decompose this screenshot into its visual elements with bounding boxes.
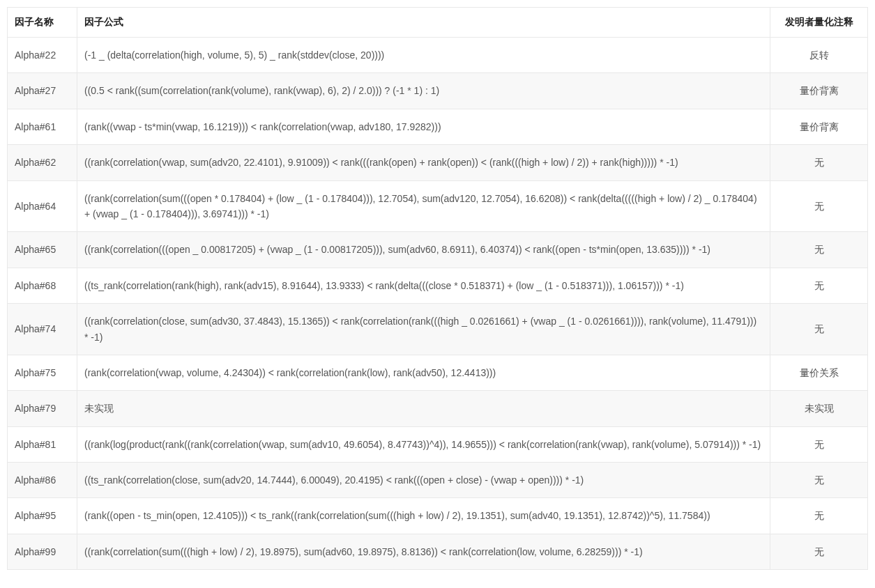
table-row: Alpha#64((rank(correlation(sum(((open * … — [8, 180, 868, 232]
cell-factor-formula: (rank((vwap - ts*min(vwap, 16.1219))) < … — [77, 109, 770, 144]
cell-factor-name: Alpha#64 — [8, 180, 77, 232]
cell-factor-name: Alpha#81 — [8, 426, 77, 462]
table-row: Alpha#79未实现未实现 — [8, 391, 868, 426]
header-annotation: 发明者量化注释 — [770, 8, 868, 38]
cell-factor-name: Alpha#68 — [8, 268, 77, 303]
cell-factor-annotation: 无 — [770, 180, 868, 232]
cell-factor-name: Alpha#74 — [8, 304, 77, 355]
cell-factor-formula: ((ts_rank(correlation(rank(high), rank(a… — [77, 268, 770, 303]
cell-factor-name: Alpha#62 — [8, 145, 77, 180]
cell-factor-formula: ((0.5 < rank((sum(correlation(rank(volum… — [77, 73, 770, 109]
cell-factor-annotation: 无 — [770, 498, 868, 534]
cell-factor-name: Alpha#99 — [8, 534, 77, 569]
cell-factor-annotation: 无 — [770, 463, 868, 498]
table-row: Alpha#61(rank((vwap - ts*min(vwap, 16.12… — [8, 109, 868, 144]
table-row: Alpha#74((rank(correlation(close, sum(ad… — [8, 304, 868, 355]
cell-factor-annotation: 无 — [770, 268, 868, 303]
table-row: Alpha#68((ts_rank(correlation(rank(high)… — [8, 268, 868, 303]
cell-factor-name: Alpha#79 — [8, 391, 77, 426]
cell-factor-annotation: 无 — [770, 426, 868, 462]
cell-factor-formula: ((rank(correlation(sum(((open * 0.178404… — [77, 180, 770, 232]
cell-factor-name: Alpha#61 — [8, 109, 77, 144]
cell-factor-formula: ((ts_rank(correlation(close, sum(adv20, … — [77, 463, 770, 498]
table-header-row: 因子名称 因子公式 发明者量化注释 — [8, 8, 868, 38]
table-row: Alpha#65((rank(correlation(((open _ 0.00… — [8, 232, 868, 268]
table-row: Alpha#27((0.5 < rank((sum(correlation(ra… — [8, 73, 868, 109]
table-row: Alpha#99((rank(correlation(sum(((high + … — [8, 534, 868, 569]
cell-factor-annotation: 无 — [770, 304, 868, 355]
alpha-factors-table: 因子名称 因子公式 发明者量化注释 Alpha#22(-1 _ (delta(c… — [7, 7, 868, 570]
table-row: Alpha#75(rank(correlation(vwap, volume, … — [8, 355, 868, 390]
cell-factor-formula: ((rank(correlation(vwap, sum(adv20, 22.4… — [77, 145, 770, 180]
header-name: 因子名称 — [8, 8, 77, 38]
table-row: Alpha#22(-1 _ (delta(correlation(high, v… — [8, 38, 868, 73]
cell-factor-annotation: 无 — [770, 534, 868, 569]
cell-factor-name: Alpha#65 — [8, 232, 77, 268]
cell-factor-annotation: 无 — [770, 145, 868, 180]
cell-factor-formula: ((rank(correlation(close, sum(adv30, 37.… — [77, 304, 770, 355]
cell-factor-name: Alpha#95 — [8, 498, 77, 534]
cell-factor-name: Alpha#86 — [8, 463, 77, 498]
cell-factor-annotation: 量价背离 — [770, 109, 868, 144]
cell-factor-annotation: 量价背离 — [770, 73, 868, 109]
cell-factor-name: Alpha#75 — [8, 355, 77, 390]
cell-factor-formula: ((rank(correlation(sum(((high + low) / 2… — [77, 534, 770, 569]
cell-factor-formula: 未实现 — [77, 391, 770, 426]
cell-factor-formula: ((rank(log(product(rank((rank(correlatio… — [77, 426, 770, 462]
table-row: Alpha#81((rank(log(product(rank((rank(co… — [8, 426, 868, 462]
cell-factor-annotation: 量价关系 — [770, 355, 868, 390]
cell-factor-formula: (rank(correlation(vwap, volume, 4.24304)… — [77, 355, 770, 390]
table-row: Alpha#62((rank(correlation(vwap, sum(adv… — [8, 145, 868, 180]
cell-factor-formula: ((rank(correlation(((open _ 0.00817205) … — [77, 232, 770, 268]
table-row: Alpha#86((ts_rank(correlation(close, sum… — [8, 463, 868, 498]
cell-factor-annotation: 反转 — [770, 38, 868, 73]
header-formula: 因子公式 — [77, 8, 770, 38]
cell-factor-name: Alpha#22 — [8, 38, 77, 73]
cell-factor-name: Alpha#27 — [8, 73, 77, 109]
cell-factor-annotation: 未实现 — [770, 391, 868, 426]
cell-factor-formula: (rank((open - ts_min(open, 12.4105))) < … — [77, 498, 770, 534]
cell-factor-formula: (-1 _ (delta(correlation(high, volume, 5… — [77, 38, 770, 73]
table-row: Alpha#95(rank((open - ts_min(open, 12.41… — [8, 498, 868, 534]
cell-factor-annotation: 无 — [770, 232, 868, 268]
